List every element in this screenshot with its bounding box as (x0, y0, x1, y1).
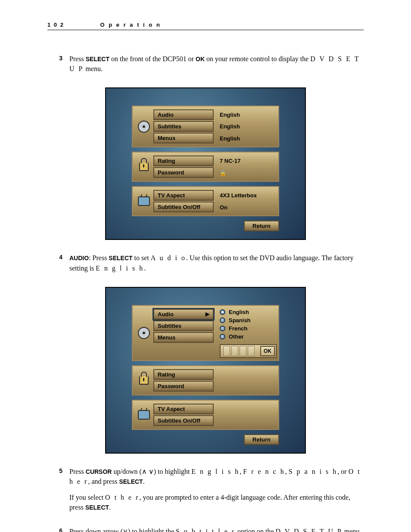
step-3: 3 Press SELECT on the front of the DCP50… (47, 54, 364, 80)
value-password: 🔒 (220, 168, 277, 178)
disc-icon (138, 121, 150, 133)
step-6-text: Press down arrow (∨) to highlight the S … (69, 526, 364, 532)
step-4: 4 AUDIO: Press SELECT to set A u d i o. … (47, 253, 364, 279)
menu-password[interactable]: Password (153, 167, 214, 178)
language-group: Audio Subtitles Menus English English En… (132, 106, 279, 147)
chevron-right-icon: ▶ (206, 311, 209, 317)
return-button[interactable]: Return (244, 221, 279, 231)
step-number: 4 (47, 253, 69, 279)
menu-menus[interactable]: Menus (153, 133, 214, 143)
value-subtitles-toggle: On (220, 202, 277, 212)
menu-rating[interactable]: Rating (153, 156, 214, 166)
language-code-entry[interactable]: OK (220, 344, 277, 358)
menu-tv-aspect[interactable]: TV Aspect (153, 190, 214, 201)
radio-icon (220, 309, 225, 315)
dvd-setup-screenshot-2: Audio ▶ Subtitles Menus English Spanish … (105, 287, 306, 454)
ok-button[interactable]: OK (260, 346, 275, 356)
radio-icon (220, 317, 225, 323)
value-subtitles: English (220, 121, 277, 131)
code-digit[interactable] (248, 346, 255, 356)
step-6: 6 Press down arrow (∨) to highlight the … (47, 526, 364, 532)
step-4-text: AUDIO: Press SELECT to set A u d i o. Us… (69, 253, 364, 273)
menu-subtitles-toggle[interactable]: Subtitles On/Off (153, 415, 214, 426)
return-button[interactable]: Return (244, 434, 279, 445)
lock-icon (139, 162, 149, 171)
display-group: TV Aspect Subtitles On/Off 4X3 Letterbox… (132, 186, 279, 216)
menu-subtitles[interactable]: Subtitles (153, 320, 214, 331)
step-number: 5 (47, 467, 69, 519)
tv-icon (138, 196, 150, 206)
code-digit[interactable] (240, 346, 246, 356)
option-french[interactable]: French (220, 324, 277, 333)
radio-icon (220, 334, 225, 339)
lock-icon (139, 376, 149, 385)
step-number: 3 (47, 54, 69, 80)
menu-audio[interactable]: Audio ▶ (153, 309, 214, 320)
parental-group: Rating Password 7 NC-17 🔒 (132, 152, 279, 182)
menu-menus[interactable]: Menus (153, 332, 214, 343)
language-group: Audio ▶ Subtitles Menus English Spanish … (132, 305, 279, 361)
option-english[interactable]: English (220, 308, 277, 316)
step-5-text-1: Press CURSOR up/down (∧ ∨) to highlight … (69, 467, 364, 486)
code-digit[interactable] (223, 346, 230, 356)
disc-icon (138, 327, 150, 339)
page-number: 1 0 2 (47, 22, 64, 28)
option-other[interactable]: Other (220, 333, 277, 341)
value-audio: English (220, 110, 277, 120)
display-group: TV Aspect Subtitles On/Off (132, 400, 279, 430)
option-spanish[interactable]: Spanish (220, 316, 277, 324)
section-title: O p e r a t i o n (100, 22, 161, 28)
menu-tv-aspect[interactable]: TV Aspect (153, 404, 214, 414)
menu-rating[interactable]: Rating (153, 369, 214, 380)
dvd-setup-screenshot-1: Audio Subtitles Menus English English En… (105, 87, 306, 240)
parental-group: Rating Password (132, 365, 279, 395)
step-number: 6 (47, 526, 69, 532)
code-digit[interactable] (231, 346, 238, 356)
radio-icon (220, 326, 225, 331)
step-5-text-2: If you select O t h e r, you are prompte… (69, 492, 364, 512)
menu-subtitles[interactable]: Subtitles (153, 121, 214, 132)
tv-icon (138, 410, 150, 420)
menu-subtitles-toggle[interactable]: Subtitles On/Off (153, 202, 214, 212)
value-tv-aspect: 4X3 Letterbox (220, 190, 277, 200)
menu-audio[interactable]: Audio (153, 109, 214, 120)
step-5: 5 Press CURSOR up/down (∧ ∨) to highligh… (47, 467, 364, 519)
value-menus: English (220, 134, 277, 143)
step-3-text: Press SELECT on the front of the DCP501 … (69, 54, 364, 74)
value-rating: 7 NC-17 (220, 156, 277, 166)
menu-password[interactable]: Password (153, 381, 214, 392)
page-header: 1 0 2 O p e r a t i o n (47, 22, 364, 30)
